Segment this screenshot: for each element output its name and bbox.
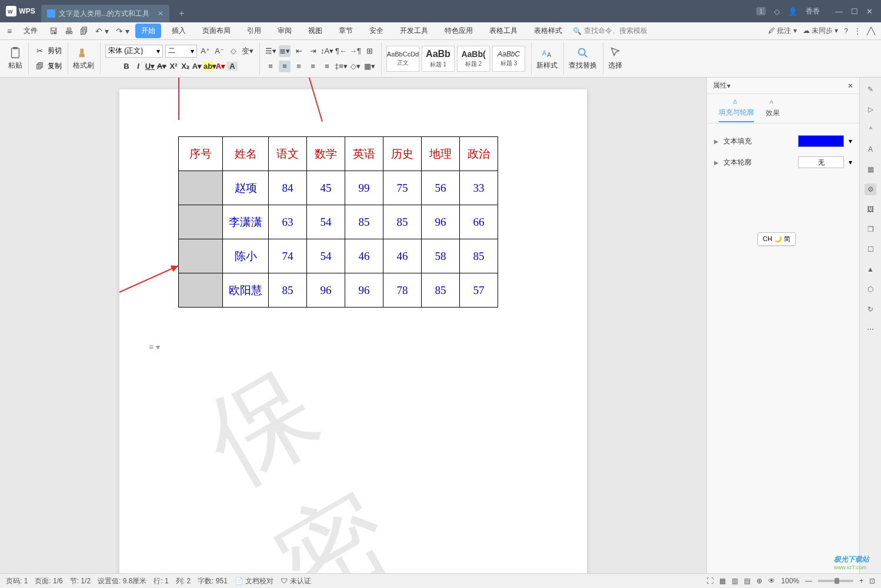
increase-indent-icon[interactable]: ⇥	[307, 45, 319, 57]
image-icon[interactable]: 🖼	[865, 203, 876, 215]
menu-devtools[interactable]: 开发工具	[394, 24, 434, 38]
menu-insert[interactable]: 插入	[166, 24, 192, 38]
text-fill-row[interactable]: ▶ 文本填充 ▾	[714, 131, 852, 152]
sync-button[interactable]: ☁ 未同步 ▾	[803, 26, 839, 36]
status-position[interactable]: 设置值: 9.8厘米	[98, 576, 146, 586]
cell-name[interactable]: 李潇潇	[223, 205, 269, 239]
zoom-level[interactable]: 100%	[781, 577, 799, 585]
cell[interactable]: 33	[460, 171, 498, 205]
cell[interactable]: 66	[460, 205, 498, 239]
status-words[interactable]: 字数: 951	[198, 576, 228, 586]
menu-layout[interactable]: 页面布局	[196, 24, 236, 38]
decrease-font-icon[interactable]: A⁻	[213, 45, 225, 57]
dropdown-icon[interactable]: ▾	[849, 158, 852, 166]
phonetic-icon[interactable]: 变▾	[242, 45, 253, 57]
cell[interactable]: 78	[383, 273, 422, 308]
th-geography[interactable]: 地理	[422, 137, 460, 171]
view-outline-icon[interactable]: ▤	[744, 577, 750, 585]
user-icon[interactable]: 👤	[788, 7, 797, 16]
bullets-icon[interactable]: ☰▾	[265, 45, 276, 57]
style-heading2[interactable]: AaBb(标题 2	[457, 46, 490, 72]
cell-name[interactable]: 赵项	[223, 171, 269, 205]
menu-security[interactable]: 安全	[363, 24, 389, 38]
font-size-select[interactable]: 二▾	[165, 45, 197, 58]
history-icon[interactable]: ↻	[865, 303, 876, 315]
menu-section[interactable]: 章节	[333, 24, 359, 38]
zoom-slider[interactable]	[818, 580, 853, 582]
status-cert[interactable]: 🛡 未认证	[281, 576, 311, 586]
cell[interactable]: 85	[269, 273, 307, 308]
cell[interactable]: 57	[460, 273, 498, 308]
wps-logo[interactable]: W WPS	[0, 0, 41, 22]
username[interactable]: 香香	[806, 6, 820, 16]
cell[interactable]: 63	[269, 205, 307, 239]
layout-icon[interactable]: ▦	[865, 163, 876, 175]
cell[interactable]: 85	[383, 205, 422, 239]
menu-file[interactable]: 文件	[18, 24, 44, 38]
status-row[interactable]: 行: 1	[153, 576, 168, 586]
new-style-button[interactable]: AA 新样式	[536, 46, 558, 71]
text-outline-row[interactable]: ▶ 文本轮廓 无 ▾	[714, 152, 852, 173]
fill-color-swatch[interactable]	[798, 135, 844, 147]
align-left-icon[interactable]: ≡	[265, 61, 276, 72]
tab-close-icon[interactable]: ✕	[158, 9, 163, 18]
align-justify-icon[interactable]: ≡	[307, 61, 319, 72]
distribute-icon[interactable]: ≡	[321, 61, 333, 72]
ltr-icon[interactable]: ¶←	[335, 45, 347, 57]
eye-icon[interactable]: 👁	[768, 577, 775, 585]
view-print-icon[interactable]: ▦	[719, 577, 726, 585]
rtl-icon[interactable]: →¶	[349, 45, 361, 57]
menu-tablestyle[interactable]: 表格样式	[528, 24, 568, 38]
cell[interactable]: 74	[269, 239, 307, 273]
style-normal[interactable]: AaBbCcDd正文	[386, 46, 419, 72]
th-math[interactable]: 数学	[307, 137, 345, 171]
superscript-button[interactable]: X²	[168, 62, 179, 71]
cell[interactable]: 58	[422, 239, 460, 273]
status-page-no[interactable]: 页码: 1	[6, 576, 28, 586]
help-icon[interactable]: ?	[844, 27, 848, 35]
th-history[interactable]: 历史	[383, 137, 422, 171]
command-search[interactable]: 🔍 查找命令、搜索模板	[573, 26, 648, 36]
cell[interactable]: 75	[383, 171, 422, 205]
cursor-icon[interactable]: ▷	[865, 103, 876, 115]
select-button[interactable]: 选择	[608, 46, 622, 71]
cell[interactable]: 96	[422, 205, 460, 239]
menu-features[interactable]: 特色应用	[439, 24, 479, 38]
annotate-button[interactable]: 🖉 批注 ▾	[768, 26, 797, 36]
document-canvas[interactable]: 保密 序号 姓名 语文 数学 英语 历史 地理 政治 赵项 84 45	[0, 78, 706, 573]
tab-fill-outline[interactable]: A 填充与轮廓	[719, 95, 754, 122]
pencil-icon[interactable]: ✎	[865, 83, 876, 95]
cut-button[interactable]: ✂剪切	[34, 44, 62, 59]
find-replace-button[interactable]: 查找替换	[569, 46, 597, 71]
cell[interactable]: 54	[307, 239, 345, 273]
data-table[interactable]: 序号 姓名 语文 数学 英语 历史 地理 政治 赵项 84 45 99 75 5…	[178, 136, 498, 308]
zoom-in-icon[interactable]: +	[859, 577, 863, 585]
minimize-icon[interactable]: —	[835, 7, 843, 16]
status-page[interactable]: 页面: 1/6	[35, 576, 62, 586]
cell[interactable]: 46	[383, 239, 422, 273]
status-col[interactable]: 列: 2	[176, 576, 191, 586]
style-heading3[interactable]: AaBbC标题 3	[492, 46, 525, 72]
hamburger-icon[interactable]: ≡	[6, 25, 13, 37]
cell[interactable]: 85	[345, 205, 383, 239]
decrease-indent-icon[interactable]: ⇤	[293, 45, 305, 57]
copy-button[interactable]: 🗐复制	[34, 59, 62, 74]
bold-button[interactable]: B	[121, 62, 132, 71]
th-index[interactable]: 序号	[179, 137, 223, 171]
format-painter-button[interactable]: 格式刷	[73, 46, 94, 71]
border-icon[interactable]: ⊞	[363, 45, 375, 57]
fit-icon[interactable]: ⊡	[869, 577, 875, 585]
line-spacing-icon[interactable]: ‡≡▾	[335, 61, 347, 72]
shading-icon[interactable]: ◇▾	[349, 61, 361, 72]
link-icon[interactable]: ❐	[865, 223, 876, 235]
numbering-icon[interactable]: ≣▾	[279, 45, 291, 57]
menu-tabletools[interactable]: 表格工具	[483, 24, 523, 38]
dropdown-icon[interactable]: ▾	[849, 137, 852, 145]
outline-icon[interactable]: ☐	[865, 243, 876, 255]
status-proof[interactable]: 📄 文档校对	[235, 576, 273, 586]
cell[interactable]: 84	[269, 171, 307, 205]
globe-icon[interactable]: ⊕	[756, 577, 762, 585]
print-icon[interactable]: 🗐	[79, 25, 89, 37]
shield-icon[interactable]: ⬡	[865, 283, 876, 295]
picture-icon[interactable]: ▲	[865, 263, 876, 275]
